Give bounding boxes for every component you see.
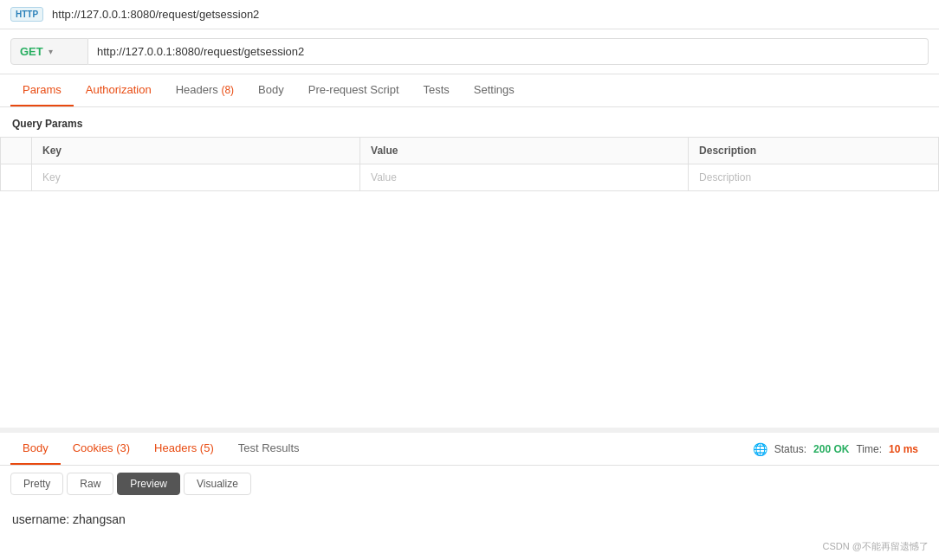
table-header-row: Key Value Description [1, 138, 939, 164]
main-layout: HTTP http://127.0.0.1:8080/request/getse… [0, 0, 939, 560]
response-tab-test-results[interactable]: Test Results [226, 433, 312, 465]
tab-tests[interactable]: Tests [411, 74, 462, 106]
params-table: Key Value Description Key Value Descript… [0, 137, 939, 191]
view-tabs: Pretty Raw Preview Visualize [0, 466, 939, 502]
tab-settings[interactable]: Settings [462, 74, 527, 106]
tab-authorization[interactable]: Authorization [74, 74, 164, 106]
tab-body[interactable]: Body [246, 74, 296, 106]
request-tabs: Params Authorization Headers (8) Body Pr… [0, 74, 939, 107]
view-tab-preview[interactable]: Preview [117, 473, 180, 495]
spacer [0, 191, 939, 428]
response-tab-headers[interactable]: Headers (5) [142, 433, 226, 465]
url-bar: HTTP http://127.0.0.1:8080/request/getse… [0, 0, 939, 29]
table-row: Key Value Description [1, 164, 939, 191]
row-desc-cell[interactable]: Description [689, 164, 939, 191]
chevron-down-icon: ▾ [49, 47, 53, 56]
response-tabs: Body Cookies (3) Headers (5) Test Result… [0, 433, 939, 466]
tab-params[interactable]: Params [10, 74, 74, 106]
row-value-cell[interactable]: Value [360, 164, 689, 191]
method-select[interactable]: GET ▾ [10, 38, 88, 65]
row-check-cell [1, 164, 32, 191]
time-label: Time: [856, 443, 882, 455]
url-bar-text: http://127.0.0.1:8080/request/getsession… [52, 8, 259, 21]
view-tab-raw[interactable]: Raw [67, 473, 113, 495]
view-tab-visualize[interactable]: Visualize [184, 473, 251, 495]
status-label: Status: [774, 443, 806, 455]
tab-headers[interactable]: Headers (8) [164, 74, 246, 106]
url-input[interactable] [88, 38, 929, 65]
method-label: GET [20, 45, 43, 58]
col-check-header [1, 138, 32, 164]
col-desc-header: Description [689, 138, 939, 164]
response-tab-body[interactable]: Body [10, 433, 61, 465]
time-value: 10 ms [889, 443, 918, 455]
view-tab-pretty[interactable]: Pretty [10, 473, 63, 495]
response-body: username: zhangsan [0, 502, 939, 537]
http-badge: HTTP [10, 7, 43, 22]
tab-prerequest[interactable]: Pre-request Script [296, 74, 411, 106]
col-key-header: Key [32, 138, 360, 164]
response-area: Body Cookies (3) Headers (5) Test Result… [0, 433, 939, 560]
row-key-cell[interactable]: Key [32, 164, 360, 191]
watermark: CSDN @不能再留遗憾了 [0, 537, 939, 560]
globe-icon: 🌐 [753, 442, 767, 456]
status-code: 200 OK [813, 443, 849, 455]
status-row: 🌐 Status: 200 OK Time: 10 ms [742, 442, 929, 456]
response-tab-cookies[interactable]: Cookies (3) [61, 433, 142, 465]
query-params-label: Query Params [0, 107, 939, 137]
request-bar: GET ▾ [0, 29, 939, 74]
response-content: username: zhangsan [12, 512, 126, 526]
col-value-header: Value [360, 138, 689, 164]
